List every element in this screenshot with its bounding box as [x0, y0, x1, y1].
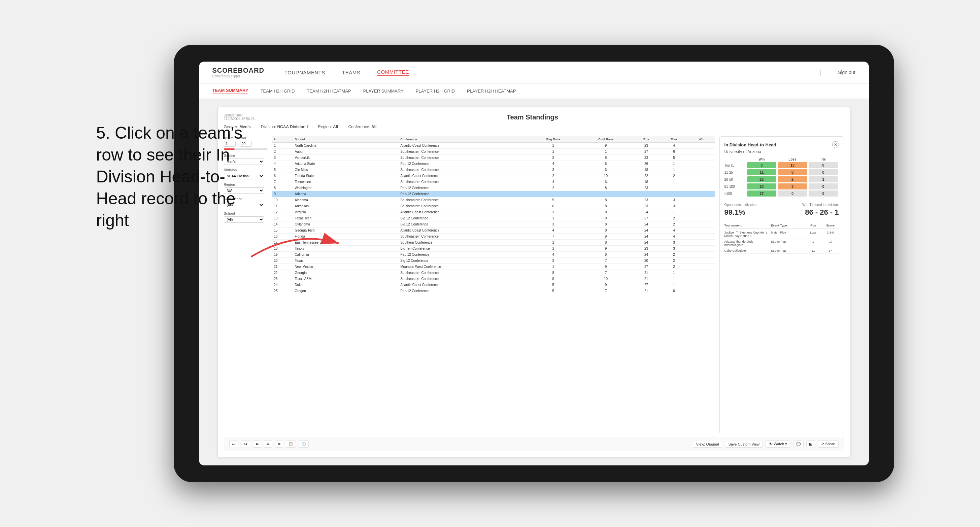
sub-nav-team-h2h-heatmap[interactable]: TEAM H2H HEATMAP — [307, 89, 351, 94]
sub-nav-team-h2h-grid[interactable]: TEAM H2H GRID — [261, 89, 295, 94]
h2h-title: In Division Head-to-Head — [724, 142, 776, 148]
nav-item-tournaments[interactable]: TOURNAMENTS — [285, 70, 325, 75]
standings-table: # School Conference Reg Rank Conf Rank R… — [272, 136, 715, 294]
filter-region: Region: All — [318, 124, 338, 129]
table-row[interactable]: 12VirginiaAtlantic Coast Conference38241 — [272, 210, 715, 215]
table-row[interactable]: 2AuburnSoutheastern Conference11276 — [272, 149, 715, 155]
tournament-row: Cabo CollegiateStroke Play1117 — [724, 248, 839, 254]
col-reg-rank: Reg Rank — [528, 136, 579, 143]
nav-item-committee[interactable]: COMMITTEE — [377, 69, 409, 76]
annotation-arrow — [244, 223, 345, 264]
table-row[interactable]: 6Florida StateAtlantic Coast Conference2… — [272, 173, 715, 179]
back-button[interactable]: ⬅ — [253, 441, 261, 448]
grid-button[interactable]: ⊞ — [806, 441, 815, 448]
opponents-value: 99.1% — [724, 208, 745, 217]
sign-out-button[interactable]: Sign out — [838, 70, 855, 75]
sub-nav-team-summary[interactable]: TEAM SUMMARY — [212, 88, 248, 94]
tournaments-section: Tournament Event Type Pos Score Jackson … — [724, 224, 839, 254]
h2h-range-row: Top 103130 — [724, 162, 839, 168]
h2h-range-row: 26-502521 — [724, 176, 839, 183]
filter-division: Division: NCAA Division I — [261, 124, 308, 129]
h2h-range-row: 51-1002030 — [724, 183, 839, 189]
table-column: # School Conference Reg Rank Conf Rank R… — [272, 136, 715, 434]
copy-button[interactable]: ⧉ — [275, 441, 283, 448]
h2h-range-row: 11-251180 — [724, 169, 839, 175]
main-content: Update time: 27/03/2024 16:56:26 Team St… — [199, 99, 869, 465]
table-row[interactable]: 8WashingtonPac-12 Conference28231 — [272, 185, 715, 191]
table-row[interactable]: 1North CarolinaAtlantic Coast Conference… — [272, 143, 715, 149]
watch-button[interactable]: 👁 Watch ▾ — [765, 441, 791, 448]
redo-left[interactable]: ↪ — [241, 440, 250, 448]
col-school: School — [293, 136, 399, 143]
paste-button[interactable]: 📋 — [286, 441, 296, 448]
top-nav: SCOREBOARD Powered by clippd TOURNAMENTS… — [199, 62, 869, 83]
sub-nav-player-h2h-grid[interactable]: PLAYER H2H GRID — [416, 89, 455, 94]
update-time-value: 27/03/2024 16:56:26 — [224, 117, 255, 121]
table-row[interactable]: 22GeorgiaSoutheastern Conference87211 — [272, 270, 715, 276]
wlt-win-header: Win — [746, 157, 777, 161]
table-row[interactable]: 9ArizonaPac-12 Conference — [272, 191, 715, 197]
logo-area: SCOREBOARD Powered by clippd — [212, 67, 264, 78]
wlt-loss-header: Loss — [777, 157, 808, 161]
sub-nav-player-h2h-heatmap[interactable]: PLAYER H2H HEATMAP — [467, 89, 516, 94]
comment-button[interactable]: 💬 — [793, 441, 803, 448]
wl-label: W-L-T record in-division: — [802, 203, 839, 206]
sub-nav-player-summary[interactable]: PLAYER SUMMARY — [363, 89, 404, 94]
table-row[interactable]: 10AlabamaSoutheastern Conference58233 — [272, 197, 715, 203]
nav-item-teams[interactable]: TEAMS — [342, 70, 360, 75]
tablet-screen: SCOREBOARD Powered by clippd TOURNAMENTS… — [199, 62, 869, 465]
divider: | — [819, 69, 821, 76]
sub-nav: TEAM SUMMARY TEAM H2H GRID TEAM H2H HEAT… — [199, 83, 869, 99]
h2h-team-name: University of Arizona — [724, 149, 839, 154]
panel-title: Team Standings — [507, 113, 558, 121]
share-button[interactable]: ↗ Share — [818, 441, 838, 448]
col-num: # — [272, 136, 293, 143]
col-conference: Conference — [399, 136, 528, 143]
table-row[interactable]: 21New MexicoMountain West Conference1927… — [272, 264, 715, 270]
update-time-label: Update time: — [224, 113, 255, 117]
tournament-row: Jackson T. Stephens Cup Men's Match-Play… — [724, 230, 839, 239]
forward-button[interactable]: ➡ — [264, 441, 272, 448]
col-win: Win — [689, 136, 714, 143]
wlt-tie-header: Tie — [808, 157, 839, 161]
tournament-row: Arizona Thunderbirds IntercollegiateStro… — [724, 239, 839, 248]
col-tour: Tour — [660, 136, 689, 143]
col-conf-rank: Conf Rank — [579, 136, 633, 143]
table-row[interactable]: 7TennesseeSoutheastern Conference46181 — [272, 179, 715, 185]
view-original-button[interactable]: View: Original — [693, 441, 722, 448]
h2h-range-row: >1002700 — [724, 190, 839, 197]
col-rds: Rds — [633, 136, 660, 143]
h2h-panel: In Division Head-to-Head ✕ University of… — [719, 136, 844, 434]
table-row[interactable]: 11ArkansasSoutheastern Conference68233 — [272, 203, 715, 210]
dashboard-panel: Update time: 27/03/2024 16:56:26 Team St… — [218, 107, 850, 457]
undo-button[interactable]: ↩ — [229, 440, 239, 448]
table-row[interactable]: 24DukeAtlantic Coast Conference59271 — [272, 282, 715, 288]
table-row[interactable]: 4Arizona StatePac-12 Conference46261 — [272, 161, 715, 167]
filter-conference: Conference: All — [348, 124, 376, 129]
h2h-close-button[interactable]: ✕ — [832, 141, 839, 148]
logo-subtitle: Powered by clippd — [212, 75, 264, 78]
table-row[interactable]: 3VanderbiltSoutheastern Conference28235 — [272, 155, 715, 161]
wl-record: 86 - 26 - 1 — [805, 208, 838, 217]
table-row[interactable]: 13Texas TechBig 12 Conference19272 — [272, 215, 715, 221]
save-custom-view-button[interactable]: Save Custom View — [725, 441, 763, 448]
logo-title: SCOREBOARD — [212, 67, 264, 75]
bottom-toolbar: ↩ ↪ ⬅ ➡ ⧉ 📋 🕐 View: Original Save Custom… — [224, 437, 844, 451]
table-row[interactable]: 25OregonPac-12 Conference57210 — [272, 288, 715, 294]
table-row[interactable]: 23Texas A&MSoutheastern Conference910211 — [272, 276, 715, 282]
tablet-outer: SCOREBOARD Powered by clippd TOURNAMENTS… — [174, 45, 894, 482]
clock-button[interactable]: 🕐 — [299, 441, 309, 448]
opponents-label: Opponents in division: — [724, 203, 757, 206]
annotation-text: 5. Click on a team's row to see their In… — [96, 122, 258, 232]
table-row[interactable]: 5Ole MissSoutheastern Conference36181 — [272, 167, 715, 173]
